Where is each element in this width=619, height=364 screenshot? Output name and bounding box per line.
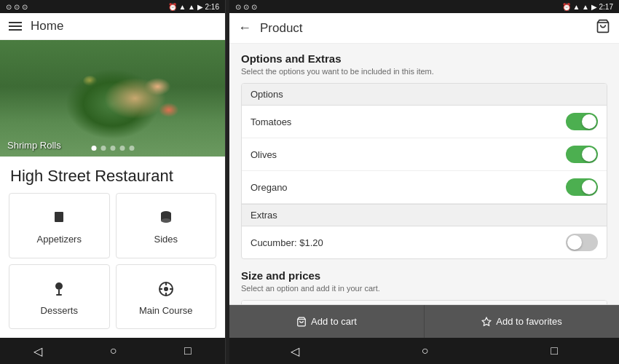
dot-4[interactable] <box>119 146 125 151</box>
main-course-label: Main Course <box>139 305 193 316</box>
cucumber-knob <box>567 235 582 250</box>
tomatoes-label: Tomatoes <box>251 116 291 127</box>
svg-marker-15 <box>482 317 491 325</box>
extra-row-cucumber: Cucumber: $1.20 <box>242 226 607 258</box>
cucumber-label: Cucumber: $1.20 <box>251 237 323 248</box>
dot-2[interactable] <box>100 146 106 151</box>
options-section-subtitle: Select the options you want to be includ… <box>241 67 607 76</box>
add-to-cart-label: Add to cart <box>311 316 357 327</box>
right-recents-nav[interactable]: □ <box>551 344 558 357</box>
home-title: Home <box>31 19 63 33</box>
svg-point-4 <box>55 282 63 290</box>
appetizers-icon <box>47 206 71 229</box>
oregano-toggle[interactable] <box>566 178 598 196</box>
svg-point-8 <box>164 287 168 291</box>
category-card-main-course[interactable]: Main Course <box>116 264 217 330</box>
hero-image: Shrimp Rolls <box>0 40 225 157</box>
back-nav-icon[interactable]: ◁ <box>33 344 42 358</box>
left-status-right-text: ⏰ ▲ ▲ ▶ 2:16 <box>168 3 219 11</box>
oregano-knob <box>582 180 596 194</box>
category-card-appetizers[interactable]: Appetizers <box>9 193 110 258</box>
hamburger-menu[interactable] <box>9 22 22 31</box>
hamburger-line-2 <box>9 25 22 27</box>
hero-label: Shrimp Rolls <box>7 140 61 151</box>
right-status-bar: ⊙ ⊙ ⊙ ⏰ ▲ ▲ ▶ 2:17 <box>229 0 619 13</box>
carousel-dots <box>91 146 134 151</box>
left-bottom-nav: ◁ ○ □ <box>0 338 225 364</box>
options-header: Options <box>242 84 607 106</box>
right-content: Options and Extras Select the options yo… <box>229 44 619 304</box>
right-home-nav[interactable]: ○ <box>422 344 429 357</box>
dot-5[interactable] <box>129 146 134 151</box>
tomatoes-knob <box>582 114 596 129</box>
right-back-nav[interactable]: ◁ <box>291 344 299 358</box>
bottom-buttons: Add to cart Add to favorites <box>229 304 619 338</box>
option-row-oregano: Oregano <box>242 171 607 204</box>
desserts-label: Desserts <box>41 305 78 316</box>
hamburger-line-1 <box>9 22 22 23</box>
product-title: Product <box>260 21 303 36</box>
oregano-label: Oregano <box>251 182 288 193</box>
extras-header: Extras <box>242 204 607 226</box>
add-to-cart-button[interactable]: Add to cart <box>229 305 425 338</box>
home-nav-icon[interactable]: ○ <box>110 344 117 357</box>
cucumber-toggle[interactable] <box>566 234 598 251</box>
left-status-left-text: ⊙ ⊙ ⊙ <box>6 3 28 11</box>
left-panel: ⊙ ⊙ ⊙ ⏰ ▲ ▲ ▶ 2:16 Home Shrimp Rolls Hig… <box>0 0 226 364</box>
dot-3[interactable] <box>110 146 115 151</box>
size-section-subtitle: Select an option and add it in your cart… <box>241 284 607 293</box>
right-status-right: ⏰ ▲ ▲ ▶ 2:17 <box>562 3 613 11</box>
restaurant-title: High Street Restaurant <box>0 157 225 193</box>
cart-button[interactable] <box>596 19 610 37</box>
option-row-olives: Olives <box>242 138 607 171</box>
right-bottom-nav: ◁ ○ □ <box>229 338 619 364</box>
tomatoes-toggle[interactable] <box>566 113 598 130</box>
options-section-title: Options and Extras <box>241 52 607 65</box>
svg-rect-6 <box>56 294 62 296</box>
category-card-sides[interactable]: Sides <box>116 193 217 258</box>
options-table: Options Tomatoes Olives Oregano <box>241 83 607 259</box>
size-section: Size and prices Select an option and add… <box>241 269 607 304</box>
sides-icon <box>154 206 178 229</box>
category-card-desserts[interactable]: Desserts <box>9 264 110 330</box>
svg-rect-5 <box>58 290 60 295</box>
svg-rect-0 <box>55 212 63 222</box>
appetizers-label: Appetizers <box>37 234 82 245</box>
sides-label: Sides <box>154 234 178 245</box>
svg-point-3 <box>161 218 171 223</box>
add-to-favorites-label: Add to favorites <box>496 316 561 327</box>
back-button[interactable]: ← <box>238 20 251 36</box>
olives-toggle[interactable] <box>566 146 598 163</box>
olives-label: Olives <box>251 149 277 160</box>
option-row-tomatoes: Tomatoes <box>242 106 607 138</box>
dot-1[interactable] <box>91 146 96 151</box>
recents-nav-icon[interactable]: □ <box>184 344 192 357</box>
shrimp-rolls-visual <box>0 40 225 157</box>
right-status-left: ⊙ ⊙ ⊙ <box>235 3 257 11</box>
right-panel: ⊙ ⊙ ⊙ ⏰ ▲ ▲ ▶ 2:17 ← Product Options and… <box>229 0 619 364</box>
category-grid: Appetizers Sides Desserts <box>0 193 225 338</box>
right-top-nav: ← Product <box>229 13 619 44</box>
left-status-bar: ⊙ ⊙ ⊙ ⏰ ▲ ▲ ▶ 2:16 <box>0 0 225 13</box>
olives-knob <box>582 147 596 162</box>
desserts-icon <box>47 277 71 301</box>
left-status-icons: ⊙ ⊙ ⊙ <box>6 3 28 11</box>
left-top-nav: Home <box>0 13 225 40</box>
size-section-title: Size and prices <box>241 269 607 282</box>
options-extras-section: Options and Extras Select the options yo… <box>241 52 607 304</box>
left-status-right: ⏰ ▲ ▲ ▶ 2:16 <box>168 3 219 11</box>
main-course-icon <box>154 277 178 301</box>
hamburger-line-3 <box>9 29 22 31</box>
add-to-favorites-button[interactable]: Add to favorites <box>425 305 619 338</box>
